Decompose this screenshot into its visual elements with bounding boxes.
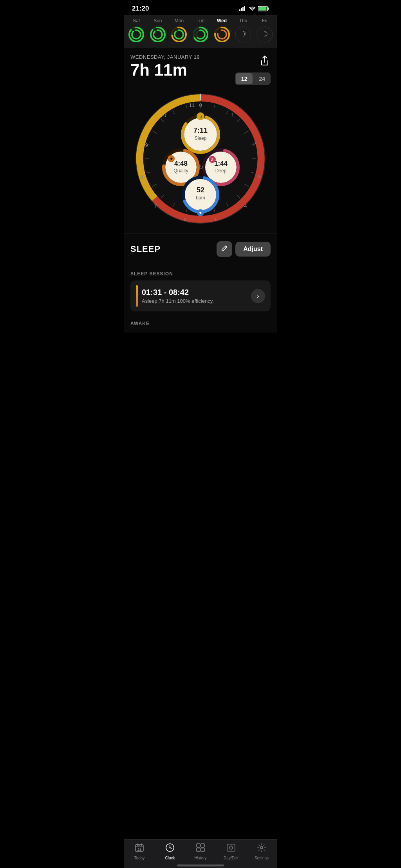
svg-text:9: 9 [145, 142, 148, 148]
week-day-label-wed: Wed [217, 18, 227, 24]
awake-label: AWAKE [130, 321, 271, 326]
svg-point-14 [154, 30, 162, 39]
sleep-header: SLEEP Adjust [130, 241, 271, 257]
ring-sat [128, 26, 145, 43]
tab-bar-spacer [124, 333, 277, 364]
week-day-label-tue: Tue [197, 18, 204, 24]
svg-rect-0 [239, 9, 240, 11]
share-button[interactable] [259, 54, 271, 69]
date-label: WEDNESDAY, JANUARY 19 [130, 54, 200, 60]
bpm-value: 52 [197, 186, 204, 194]
wifi-icon [249, 6, 256, 11]
ring-sun [149, 26, 166, 43]
status-bar: 21:20 [124, 0, 277, 15]
week-day-tue[interactable]: Tue [192, 18, 209, 43]
svg-rect-6 [259, 7, 267, 11]
date-actions: 12 24 [235, 54, 271, 85]
session-desc: Asleep 7h 11m 100% efficiency. [142, 298, 214, 304]
sleep-value: 7:11 [193, 127, 208, 134]
bpm-label: bpm [196, 195, 205, 201]
ring-thu: ☽ [235, 26, 252, 43]
svg-text:★: ★ [170, 157, 173, 161]
svg-rect-1 [241, 8, 242, 11]
ring-mon [170, 26, 188, 43]
sleep-actions: Adjust [217, 241, 271, 257]
svg-text:11: 11 [189, 102, 195, 108]
svg-text:☽: ☽ [262, 30, 268, 38]
date-info: WEDNESDAY, JANUARY 19 7h 11m [130, 54, 200, 80]
battery-icon [258, 6, 269, 11]
week-day-thu[interactable]: Thu ☽ [235, 18, 252, 43]
svg-text:☽: ☽ [199, 114, 202, 119]
svg-rect-3 [244, 6, 245, 11]
week-day-label-thu: Thu [239, 18, 247, 24]
session-section: SLEEP SESSION 01:31 - 08:42 Asleep 7h 11… [124, 269, 277, 318]
week-day-label-mon: Mon [175, 18, 184, 24]
session-bar [136, 285, 138, 307]
week-day-sun[interactable]: Sun [149, 18, 166, 43]
week-day-sat[interactable]: Sat [128, 18, 145, 43]
ring-fri: ☽ [256, 26, 273, 43]
duration-label: 7h 11m [130, 61, 200, 80]
deep-value: 1:44 [214, 160, 228, 167]
awake-section: AWAKE [124, 318, 277, 333]
status-time: 21:20 [132, 5, 149, 13]
session-details: 01:31 - 08:42 Asleep 7h 11m 100% efficie… [142, 288, 214, 304]
sleep-title: SLEEP [130, 244, 161, 254]
svg-rect-2 [242, 7, 244, 11]
svg-text:5: 5 [215, 217, 217, 222]
week-day-label-fri: Fri [262, 18, 267, 24]
sleep-label: Sleep [195, 136, 207, 141]
sleep-section: SLEEP Adjust [124, 233, 277, 269]
session-card[interactable]: 01:31 - 08:42 Asleep 7h 11m 100% efficie… [130, 280, 271, 311]
svg-text:6: 6 [183, 217, 186, 222]
svg-text:1: 1 [231, 112, 234, 118]
svg-text:↻: ↻ [198, 163, 204, 171]
svg-text:3: 3 [258, 174, 260, 179]
quality-label: Quality [173, 168, 188, 174]
ring-wed [213, 26, 231, 43]
svg-text:10: 10 [161, 112, 166, 118]
svg-text:4: 4 [244, 203, 247, 209]
svg-text:Z: Z [211, 157, 213, 162]
status-icons [239, 6, 269, 11]
week-day-label-sat: Sat [133, 18, 140, 24]
clock-svg: 0 1 2 3 4 5 6 7 8 9 10 11 [134, 92, 267, 225]
clock-container: 0 1 2 3 4 5 6 7 8 9 10 11 [124, 88, 277, 233]
quality-value: 4:48 [174, 160, 188, 167]
svg-point-10 [132, 30, 141, 39]
session-time: 01:31 - 08:42 [142, 288, 214, 297]
week-navigation: Sat Sun Mon Tue [124, 15, 277, 48]
ring-tue [192, 26, 209, 43]
svg-text:8: 8 [140, 174, 143, 180]
svg-text:☽: ☽ [240, 30, 246, 38]
time-btn-12[interactable]: 12 [236, 73, 253, 84]
date-header: WEDNESDAY, JANUARY 19 7h 11m 12 24 [124, 48, 277, 88]
week-day-wed[interactable]: Wed [213, 18, 231, 43]
time-toggle: 12 24 [235, 72, 271, 85]
svg-text:7: 7 [154, 203, 157, 209]
deep-label: Deep [215, 168, 227, 174]
clock-face: 0 1 2 3 4 5 6 7 8 9 10 11 [134, 92, 267, 225]
edit-button[interactable] [217, 241, 232, 257]
svg-text:♥: ♥ [199, 211, 202, 215]
week-day-label-sun: Sun [154, 18, 162, 24]
week-day-mon[interactable]: Mon [170, 18, 188, 43]
week-day-fri[interactable]: Fri ☽ [256, 18, 273, 43]
svg-point-18 [175, 30, 183, 39]
session-chevron[interactable]: › [251, 289, 265, 303]
svg-rect-5 [268, 7, 269, 10]
session-info: 01:31 - 08:42 Asleep 7h 11m 100% efficie… [136, 285, 214, 307]
signal-icon [239, 6, 246, 11]
session-label: SLEEP SESSION [130, 271, 271, 277]
adjust-button[interactable]: Adjust [235, 242, 271, 257]
time-btn-24[interactable]: 24 [253, 72, 271, 85]
